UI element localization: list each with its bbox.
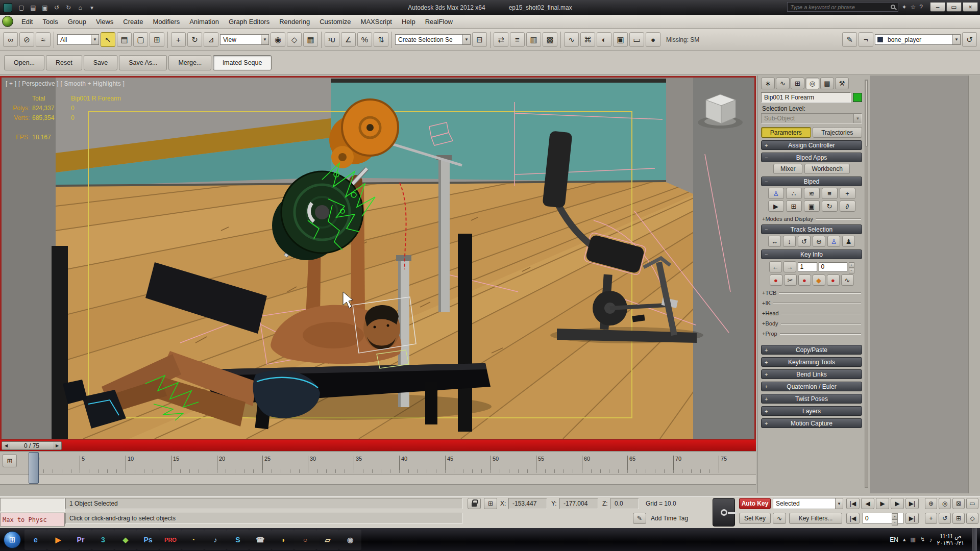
undo-icon[interactable]: ↺	[52, 3, 62, 12]
graphite-ribbon-icon[interactable]: ▩	[543, 32, 557, 47]
show-desktop-button[interactable]	[972, 528, 977, 551]
previous-key-button[interactable]: |◀	[846, 513, 860, 524]
ik-section[interactable]: +IK	[762, 300, 861, 306]
taskbar-chrome[interactable]: ◔	[182, 530, 204, 550]
tcb-marker-icon-3[interactable]: ●	[827, 274, 840, 286]
go-to-start-button[interactable]: |◀	[846, 498, 860, 509]
modes-and-display-section[interactable]: +Modes and Display	[762, 216, 861, 222]
tcb-section[interactable]: +TCB	[762, 290, 861, 296]
set-key-button[interactable]: Set Key	[739, 513, 771, 524]
save-file-icon[interactable]: ▣	[804, 201, 820, 212]
angle-snap-icon[interactable]: ∠	[341, 32, 356, 47]
lock-com-keying-icon[interactable]: ⊖	[813, 236, 825, 247]
body-section[interactable]: +Body	[762, 320, 861, 327]
rollout-biped[interactable]: − Biped	[761, 177, 862, 186]
rollout-keyframing-tools[interactable]: + Keyframing Tools	[761, 357, 862, 367]
chevron-down-icon[interactable]: ▼	[91, 35, 99, 44]
taskbar-premiere[interactable]: Pr	[69, 530, 92, 550]
set-keys-button[interactable]	[713, 498, 735, 527]
key-filters-button[interactable]: Key Filters...	[789, 513, 842, 524]
material-editor-icon[interactable]: ◐	[597, 32, 611, 47]
dock-marks-icon[interactable]: ¬	[859, 32, 873, 47]
percent-snap-icon[interactable]: %	[357, 32, 372, 47]
menu-help[interactable]: Help	[397, 16, 420, 28]
curve-editor-icon[interactable]: ∿	[564, 32, 579, 47]
maxscript-macro-recorder[interactable]: Max to Physc	[0, 513, 65, 527]
qat-menu-icon[interactable]: ▾	[87, 3, 97, 12]
restore-button[interactable]: ▭	[946, 2, 962, 12]
buffer-mode-icon[interactable]: ∂	[840, 201, 855, 212]
next-frame-arrow[interactable]: ▶	[53, 442, 61, 449]
show-hidden-icons[interactable]: ▴	[903, 536, 906, 543]
reset-button[interactable]: Reset	[46, 55, 82, 70]
rollout-bend-links[interactable]: + Bend Links	[761, 369, 862, 379]
key-time-field[interactable]	[798, 262, 817, 272]
previous-frame-button[interactable]: ◀	[861, 498, 874, 509]
select-and-move-icon[interactable]: +	[171, 32, 186, 47]
rollout-assign-controller[interactable]: + Assign Controller	[761, 140, 862, 150]
key-value-spinner[interactable]: +−	[849, 262, 854, 272]
menu-edit[interactable]: Edit	[17, 16, 37, 28]
key-time-input[interactable]	[800, 263, 815, 270]
display-layer-dropdown[interactable]: bone_player ▼	[875, 34, 961, 45]
reference-coordinate-dropdown[interactable]: View ▼	[220, 34, 269, 45]
maximize-viewport-icon[interactable]: ⊞	[952, 513, 965, 524]
orbit-icon[interactable]: ↺	[939, 513, 951, 524]
next-key-button[interactable]: ▶|	[905, 513, 919, 524]
new-scene-icon[interactable]: ▢	[16, 3, 27, 12]
menu-graph-editors[interactable]: Graph Editors	[224, 16, 274, 28]
tab-motion[interactable]: ◎	[805, 78, 819, 89]
scene-pen-icon[interactable]: ✎	[842, 32, 857, 47]
close-button[interactable]: ×	[963, 2, 978, 12]
select-and-link-icon[interactable]: ∞	[3, 32, 18, 47]
menu-rendering[interactable]: Rendering	[275, 16, 314, 28]
max-logo-icon[interactable]	[2, 16, 13, 27]
go-to-end-button[interactable]: ▶|	[905, 498, 919, 509]
menu-views[interactable]: Views	[91, 16, 118, 28]
taskbar-pro-app[interactable]: PRO	[159, 530, 182, 550]
current-frame-field[interactable]: +−	[863, 513, 903, 524]
next-frame-button[interactable]: ▶	[891, 498, 904, 509]
zoom-region-icon[interactable]: ▭	[966, 498, 978, 509]
language-indicator[interactable]: EN	[890, 536, 898, 543]
search-icon[interactable]	[891, 5, 895, 9]
display-settings-icon[interactable]: ▥	[910, 536, 915, 543]
body-horizontal-icon[interactable]: ↔	[768, 236, 781, 247]
rollout-layers[interactable]: + Layers	[761, 406, 862, 416]
curve-toggle-icon[interactable]: ∿	[841, 274, 854, 286]
redo-icon[interactable]: ↻	[63, 3, 74, 12]
auto-key-button[interactable]: Auto Key	[739, 498, 771, 509]
x-coordinate-field[interactable]: -153.447	[508, 498, 547, 509]
menu-realflow[interactable]: RealFlow	[421, 16, 457, 28]
rectangular-selection-icon[interactable]: ▢	[133, 32, 148, 47]
mixer-mode-icon[interactable]: ≡	[822, 188, 838, 199]
time-tag-icon[interactable]: ✎	[633, 513, 646, 524]
select-and-scale-icon[interactable]: ⊿	[204, 32, 218, 47]
taskbar-3ds-max[interactable]: 3	[92, 530, 114, 550]
previous-key-icon[interactable]: ←	[769, 261, 782, 272]
volume-icon[interactable]: ♪	[929, 537, 933, 543]
track-bar-ruler[interactable]: 0 5 10 15 20 25 30 35 40 45 50 55 60 65 …	[0, 451, 756, 474]
viewport-label[interactable]: [ + ] [ Perspective ] [ Smooth + Highlig…	[6, 80, 125, 87]
render-production-icon[interactable]: ●	[646, 32, 660, 47]
scrollbar-thumb[interactable]	[865, 80, 868, 146]
save-as-button[interactable]: Save As...	[119, 55, 167, 70]
taskbar-skype[interactable]: S	[227, 530, 249, 550]
move-all-mode-icon[interactable]: +	[840, 188, 855, 199]
start-button[interactable]: ⊞	[4, 531, 21, 548]
trajectories-tab[interactable]: Trajectories	[813, 127, 863, 138]
snaps-toggle-icon[interactable]: 3∪	[325, 32, 339, 47]
prop-section[interactable]: +Prop	[762, 331, 861, 337]
opposite-icon[interactable]: ♟	[842, 236, 855, 247]
maxscript-listener[interactable]	[0, 498, 65, 512]
z-coordinate-field[interactable]: 0.0	[610, 498, 639, 509]
taskbar-media-player-2[interactable]: ♪	[204, 530, 227, 550]
key-track-bar[interactable]	[0, 474, 756, 485]
frame-spinner[interactable]: +−	[892, 513, 898, 523]
select-object-icon[interactable]: ↖	[101, 32, 115, 47]
zoom-all-icon[interactable]: ◎	[939, 498, 951, 509]
add-time-tag[interactable]: Add Time Tag	[651, 513, 688, 524]
menu-customize[interactable]: Customize	[315, 16, 355, 28]
rollout-motion-capture[interactable]: + Motion Capture	[761, 418, 862, 428]
frame-slider-handle[interactable]	[29, 452, 39, 484]
